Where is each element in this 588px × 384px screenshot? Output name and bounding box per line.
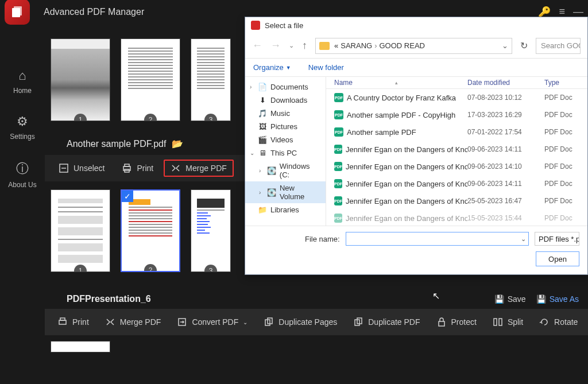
tree-chevron-icon: ⌄ (250, 150, 254, 156)
pdf-file-icon: PDF (334, 214, 342, 223)
file-name-input[interactable]: ⌄ (346, 232, 529, 246)
file-name: Jennifer Egan on the Dangers of Knowing.… (346, 145, 467, 154)
file-row[interactable]: PDFAnother sample PDF07-01-2022 17:54PDF… (326, 123, 587, 141)
sidebar-item-home[interactable]: ⌂ Home (13, 68, 32, 95)
print-button[interactable]: Print (115, 160, 160, 177)
page-thumbnail[interactable] (51, 341, 110, 352)
tree-node-label: Documents (270, 83, 308, 91)
thumbnail-text (194, 45, 227, 115)
page-thumbnail[interactable]: 3 (191, 189, 231, 272)
chevron-down-icon[interactable]: ⌄ (521, 235, 526, 243)
tree-node-label: Downloads (270, 96, 307, 104)
dialog-nav-bar: ← → ⌄ ↑ « SARANG › GOOD READ ⌄ ↻ Search … (245, 33, 587, 59)
folder-open-icon[interactable]: 📂 (172, 138, 183, 149)
section-title-text: Another sample PDF.pdf (67, 139, 166, 149)
search-placeholder: Search GOOD R (541, 41, 581, 50)
filter-text: PDF files *.pdf (539, 235, 579, 243)
tree-node[interactable]: 🎵Music (245, 107, 326, 120)
file-date: 09-06-2023 14:10 (467, 162, 544, 170)
thumbnail-image (51, 39, 110, 121)
back-button[interactable]: ← (252, 40, 262, 52)
recent-dropdown[interactable]: ⌄ (289, 42, 294, 49)
svg-rect-7 (59, 320, 66, 324)
column-header-type[interactable]: Type (544, 79, 587, 87)
column-header-name[interactable]: Name▴ (326, 79, 467, 87)
file-type: PDF Doc (544, 197, 587, 205)
file-row[interactable]: PDFJennifer Egan on the Dangers of Knowi… (326, 210, 587, 226)
tree-chevron-icon: › (259, 168, 264, 174)
page-thumbnail[interactable]: 2 (121, 38, 180, 121)
dialog-title-text: Select a file (265, 21, 303, 30)
forward-button[interactable]: → (270, 40, 281, 52)
rotate-button[interactable]: Rotate (533, 313, 583, 331)
convert-pdf-button[interactable]: Convert PDF⌄ (171, 313, 253, 331)
sidebar-item-settings[interactable]: ⚙ Settings (10, 114, 34, 141)
button-label: Protect (451, 317, 477, 327)
file-list: Name▴ Date modified Type PDFA Country Do… (326, 77, 587, 226)
sidebar-item-about[interactable]: ⓘ About Us (8, 160, 36, 189)
tree-node-label: Music (270, 109, 290, 118)
tree-node[interactable]: ›💽New Volume (245, 181, 326, 203)
protect-button[interactable]: Protect (431, 313, 482, 331)
save-button[interactable]: 💾Save (494, 294, 526, 304)
crumb-segment[interactable]: GOOD READ (379, 41, 424, 50)
sidebar-item-label: About Us (8, 181, 36, 189)
page-thumbnail[interactable]: 1 (51, 189, 110, 272)
file-row[interactable]: PDFAnother sample PDF - CopyHigh17-03-20… (326, 106, 587, 123)
file-row[interactable]: PDFJennifer Egan on the Dangers of Knowi… (326, 175, 587, 192)
tree-node[interactable]: 🎬Videos (245, 133, 326, 146)
app-logo (5, 0, 30, 25)
print-button[interactable]: Print (52, 313, 95, 331)
thumbnail-form (55, 196, 106, 266)
folder-icon (319, 42, 330, 50)
save-as-button[interactable]: 💾Save As (536, 294, 579, 304)
app-title: Advanced PDF Manager (44, 7, 538, 17)
button-label: Print (72, 317, 89, 327)
tree-folder-icon: ⬇ (258, 96, 267, 104)
convert-icon (177, 317, 187, 327)
tree-node[interactable]: 🖼Pictures (245, 120, 326, 133)
crumb-segment[interactable]: SARANG (341, 41, 372, 50)
tree-node[interactable]: ›📄Documents (245, 80, 326, 94)
unselect-button[interactable]: Unselect (52, 160, 111, 177)
refresh-button[interactable]: ↻ (520, 40, 528, 51)
page-thumbnail[interactable]: 1 (51, 38, 110, 121)
menu-icon[interactable]: ≡ (559, 6, 565, 18)
page-thumbnail[interactable]: ✓2 (121, 189, 180, 272)
page-thumbnail[interactable]: 3 (191, 38, 231, 121)
file-row[interactable]: PDFJennifer Egan on the Dangers of Knowi… (326, 192, 587, 210)
file-row[interactable]: PDFJennifer Egan on the Dangers of Knowi… (326, 158, 587, 175)
merge-pdf-button[interactable]: Merge PDF (99, 313, 167, 331)
dialog-command-bar: Organize ▼ New folder (245, 59, 587, 77)
file-row[interactable]: PDFJennifer Egan on the Dangers of Knowi… (326, 141, 587, 158)
sidebar-item-label: Settings (10, 133, 34, 141)
new-folder-button[interactable]: New folder (308, 63, 344, 72)
organize-dropdown[interactable]: Organize ▼ (253, 63, 291, 72)
button-label: Open (548, 255, 567, 263)
column-header-date[interactable]: Date modified (467, 79, 544, 87)
file-row[interactable]: PDFA Country Doctor by Franz Kafka07-08-… (326, 89, 587, 106)
tree-node[interactable]: ⬇Downloads (245, 94, 326, 107)
up-button[interactable]: ↑ (302, 40, 307, 52)
file-name: A Country Doctor by Franz Kafka (347, 94, 456, 102)
address-bar[interactable]: « SARANG › GOOD READ ⌄ (315, 38, 512, 54)
duplicate-pages-button[interactable]: Duplicate Pages (258, 313, 343, 331)
tree-node[interactable]: 📁Libraries (245, 203, 326, 216)
tree-node[interactable]: ⌄🖥This PC (245, 146, 326, 160)
sort-up-icon: ▴ (395, 80, 398, 86)
tree-node[interactable]: ›💽Windows (C: (245, 160, 326, 181)
minimize-icon[interactable]: — (573, 6, 583, 18)
duplicate-pdf-button[interactable]: Duplicate PDF (347, 313, 425, 331)
file-type-filter[interactable]: PDF files *.pdf (535, 232, 579, 246)
split-button[interactable]: Split (487, 313, 529, 331)
open-button[interactable]: Open (536, 251, 579, 266)
file-name: Jennifer Egan on the Dangers of Knowing.… (346, 162, 467, 171)
merge-icon (105, 317, 115, 327)
chevron-down-icon[interactable]: ⌄ (502, 41, 508, 50)
button-label: Save As (550, 294, 579, 304)
pdf-file-icon: PDF (334, 93, 343, 102)
pdf-file-icon: PDF (334, 162, 342, 171)
merge-pdf-button[interactable]: Merge PDF (164, 160, 234, 177)
svg-rect-1 (14, 6, 22, 15)
search-input[interactable]: Search GOOD R (536, 38, 581, 54)
